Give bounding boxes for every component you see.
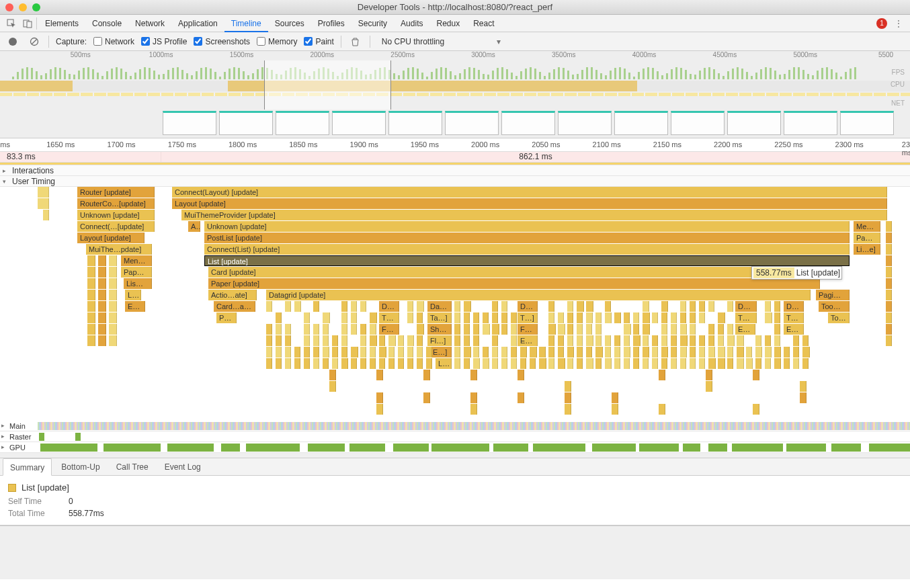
flame-entry[interactable] xyxy=(341,335,347,346)
screenshot-thumbnails[interactable] xyxy=(163,111,910,138)
flame-entry[interactable] xyxy=(718,358,725,369)
flame-entry[interactable] xyxy=(398,335,404,346)
flame-entry[interactable] xyxy=(341,358,348,369)
flame-entry[interactable] xyxy=(454,312,460,323)
flame-entry[interactable] xyxy=(304,312,310,323)
flame-entry[interactable] xyxy=(661,335,667,346)
screenshot-thumb[interactable] xyxy=(840,111,894,135)
details-tab-summary[interactable]: Summary xyxy=(3,458,52,476)
flame-entry[interactable] xyxy=(624,358,630,369)
screenshot-thumb[interactable] xyxy=(332,111,386,135)
capture-jsprofile-checkbox[interactable]: JS Profile xyxy=(141,37,187,46)
flame-entry[interactable] xyxy=(501,301,507,312)
flame-entry[interactable] xyxy=(548,358,554,369)
flame-entry[interactable] xyxy=(109,301,117,312)
flame-entry[interactable] xyxy=(612,392,618,403)
flame-entry[interactable] xyxy=(652,312,658,323)
flame-entry[interactable]: Too…e] xyxy=(819,301,850,312)
flame-entry[interactable] xyxy=(323,324,329,335)
flame-entry[interactable]: To…] xyxy=(828,312,850,323)
flame-entry[interactable] xyxy=(548,312,554,323)
flame-entry[interactable] xyxy=(464,312,470,323)
capture-network-checkbox[interactable]: Network xyxy=(93,37,134,46)
flame-entry[interactable] xyxy=(304,347,310,358)
flame-entry[interactable] xyxy=(473,347,479,358)
error-count-badge[interactable]: 1 xyxy=(876,18,887,29)
flame-entry[interactable] xyxy=(624,335,630,346)
flame-entry[interactable] xyxy=(661,347,668,358)
flame-entry[interactable] xyxy=(454,324,460,335)
flame-entry[interactable] xyxy=(473,335,479,346)
flame-entry[interactable] xyxy=(388,358,395,369)
flame-entry[interactable] xyxy=(276,358,282,369)
flame-entry[interactable] xyxy=(886,335,892,346)
flame-entry[interactable]: Datagrid [update] xyxy=(266,290,811,300)
flame-entry[interactable] xyxy=(98,335,106,346)
flame-entry[interactable] xyxy=(727,301,733,312)
flame-entry[interactable] xyxy=(765,358,771,369)
flame-entry[interactable] xyxy=(417,335,423,346)
flame-entry[interactable] xyxy=(774,301,780,312)
flame-entry[interactable] xyxy=(708,324,714,335)
flame-entry[interactable] xyxy=(746,358,753,369)
flame-entry[interactable] xyxy=(690,324,696,335)
flame-entry[interactable] xyxy=(614,312,621,323)
flame-entry[interactable] xyxy=(98,267,106,278)
flame-entry[interactable] xyxy=(501,312,507,323)
flame-entry[interactable] xyxy=(370,324,376,335)
screenshot-thumb[interactable] xyxy=(614,111,668,135)
flame-entry[interactable] xyxy=(793,335,799,346)
flame-entry[interactable] xyxy=(753,404,759,415)
flame-entry[interactable] xyxy=(109,335,117,346)
flame-entry[interactable] xyxy=(109,267,117,278)
flame-entry[interactable] xyxy=(708,347,715,358)
flame-entry[interactable] xyxy=(567,335,573,346)
flame-entry[interactable] xyxy=(680,324,687,335)
flame-entry[interactable] xyxy=(699,358,705,369)
flame-entry[interactable] xyxy=(376,392,383,403)
inspect-element-icon[interactable] xyxy=(4,16,19,31)
flame-entry[interactable]: E… xyxy=(784,324,804,335)
flame-entry[interactable] xyxy=(671,335,677,346)
flame-entry[interactable] xyxy=(332,335,338,346)
flame-entry[interactable] xyxy=(109,255,117,266)
flame-entry[interactable] xyxy=(360,347,366,358)
flame-entry[interactable] xyxy=(501,347,507,358)
flame-entry[interactable] xyxy=(567,312,573,323)
flame-entry[interactable] xyxy=(577,347,583,358)
flame-entry[interactable] xyxy=(565,381,571,392)
flame-entry[interactable] xyxy=(539,358,546,369)
flame-entry[interactable] xyxy=(473,358,480,369)
flame-entry[interactable] xyxy=(87,290,95,300)
flame-entry[interactable] xyxy=(699,312,705,323)
flame-entry[interactable] xyxy=(341,324,347,335)
flame-entry[interactable]: Da…] xyxy=(427,301,452,312)
flame-entry[interactable]: D… xyxy=(735,301,757,312)
flame-entry[interactable] xyxy=(285,324,291,335)
flame-entry[interactable] xyxy=(483,358,489,369)
section-user-timing[interactable]: ▾User Timing xyxy=(0,176,910,187)
screenshot-thumb[interactable] xyxy=(501,111,555,135)
flame-entry[interactable] xyxy=(727,358,733,369)
flame-entry[interactable] xyxy=(755,335,761,346)
flame-entry[interactable] xyxy=(360,301,366,312)
flame-entry[interactable] xyxy=(643,358,649,369)
flame-entry[interactable] xyxy=(388,335,396,346)
flame-entry[interactable] xyxy=(313,347,319,358)
flame-entry[interactable] xyxy=(886,301,892,312)
flame-entry[interactable] xyxy=(492,358,498,369)
flame-entry[interactable] xyxy=(699,335,705,346)
flame-entry[interactable] xyxy=(886,255,892,266)
screenshot-thumb[interactable] xyxy=(445,111,499,135)
flame-entry[interactable] xyxy=(577,312,583,323)
flame-ruler[interactable]: 00 ms1650 ms1700 ms1750 ms1800 ms1850 ms… xyxy=(0,138,910,152)
flame-entry[interactable] xyxy=(643,301,649,312)
flame-entry[interactable] xyxy=(690,358,696,369)
tab-network[interactable]: Network xyxy=(128,15,171,32)
flame-entry[interactable]: Connect(List) [update] xyxy=(204,244,850,255)
tab-application[interactable]: Application xyxy=(171,15,224,32)
flame-entry[interactable] xyxy=(718,347,725,358)
flame-entry[interactable] xyxy=(294,347,300,358)
screenshot-thumb[interactable] xyxy=(671,111,725,135)
flame-entry[interactable] xyxy=(87,267,95,278)
